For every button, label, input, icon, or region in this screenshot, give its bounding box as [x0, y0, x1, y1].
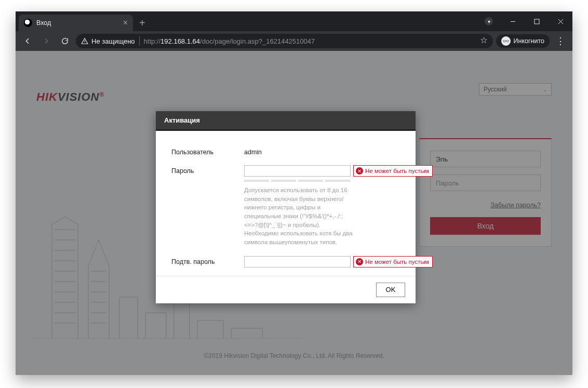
- activation-modal: Активация Пользователь admin Пароль Допу…: [156, 111, 416, 303]
- back-button[interactable]: [20, 33, 35, 49]
- password-label: Пароль: [171, 165, 244, 175]
- password-error-text: Не может быть пустым: [365, 168, 429, 174]
- activation-confirm-password-input[interactable]: [244, 256, 351, 267]
- confirm-error-tooltip: ✕ Не может быть пустым: [353, 256, 433, 267]
- confirm-error-text: Не может быть пустым: [365, 259, 429, 265]
- modal-body: Пользователь admin Пароль Допускается ис…: [156, 131, 416, 276]
- address-bar: Не защищено http://192.168.1.64/doc/page…: [16, 31, 572, 51]
- username-label: Пользователь: [171, 146, 244, 156]
- modal-footer: OK: [156, 276, 416, 303]
- titlebar: Вход × + ▾: [16, 11, 572, 31]
- forward-button[interactable]: [38, 33, 54, 49]
- row-password: Пароль Допускается использовать от 8 до …: [171, 165, 400, 247]
- error-icon: ✕: [356, 258, 363, 265]
- password-hint: Допускается использовать от 8 до 16 симв…: [244, 186, 353, 247]
- window-controls: ▾: [477, 11, 572, 31]
- confirm-password-label: Подтв. пароль: [171, 256, 244, 265]
- username-value: admin: [244, 146, 400, 156]
- omnibox-separator: [139, 36, 140, 46]
- new-tab-button[interactable]: +: [133, 17, 152, 31]
- password-strength-meter: [244, 180, 400, 182]
- browser-menu-button[interactable]: ⋮: [553, 35, 568, 47]
- modal-title: Активация: [156, 111, 416, 131]
- page-viewport: HIKVISION® Русский ⌄ Забыли пароль?: [16, 51, 572, 375]
- tab-title: Вход: [36, 19, 119, 26]
- account-badge-icon[interactable]: ▾: [477, 11, 501, 31]
- tab-close-icon[interactable]: ×: [123, 18, 128, 28]
- password-error-tooltip: ✕ Не может быть пустым: [353, 165, 433, 177]
- browser-tab[interactable]: Вход ×: [19, 15, 133, 31]
- row-username: Пользователь admin: [171, 146, 400, 156]
- browser-window: Вход × + ▾ Не защищено http://192.168.1.…: [16, 11, 572, 375]
- security-label: Не защищено: [91, 37, 135, 45]
- svg-rect-0: [534, 19, 539, 24]
- warning-icon: [81, 37, 88, 45]
- maximize-button[interactable]: [525, 11, 549, 31]
- activation-password-input[interactable]: [244, 165, 351, 177]
- close-window-button[interactable]: [549, 11, 572, 31]
- reload-button[interactable]: [57, 33, 73, 49]
- omnibox[interactable]: Не защищено http://192.168.1.64/doc/page…: [76, 34, 493, 48]
- incognito-badge[interactable]: 👓 Инкогнито: [496, 34, 550, 48]
- star-icon[interactable]: [480, 36, 488, 46]
- incognito-icon: 👓: [501, 36, 511, 46]
- url: http://192.168.1.64/doc/page/login.asp?_…: [144, 37, 315, 45]
- security-warning: Не защищено: [81, 37, 135, 45]
- ok-button[interactable]: OK: [376, 283, 405, 297]
- row-confirm-password: Подтв. пароль ✕ Не может быть пустым: [171, 256, 400, 267]
- minimize-button[interactable]: [501, 11, 525, 31]
- error-icon: ✕: [356, 167, 363, 175]
- favicon-icon: [24, 19, 32, 27]
- incognito-label: Инкогнито: [514, 37, 544, 45]
